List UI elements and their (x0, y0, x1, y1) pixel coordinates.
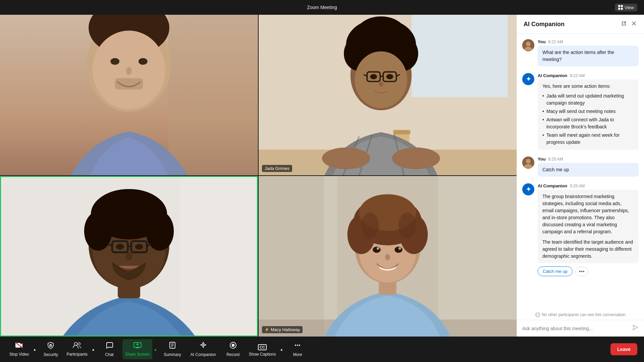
svg-point-67 (377, 247, 379, 250)
stop-video-button[interactable]: Stop Video (7, 339, 32, 359)
message-bubble-1: What are the action items after the meet… (538, 46, 639, 66)
top-bar: Zoom Meeting View (0, 0, 644, 15)
svg-point-85 (78, 343, 80, 345)
ai-suggestions: Catch me up ••• (538, 266, 639, 276)
toolbar-group-participants: Participants ▲ (64, 339, 96, 359)
more-icon (294, 342, 301, 351)
message-header-3: You 9:25 AM (538, 157, 639, 162)
send-button[interactable] (632, 324, 639, 333)
ai-panel-close-button[interactable] (631, 20, 637, 28)
privacy-note: No other participants can see this conve… (517, 310, 644, 320)
svg-point-78 (537, 314, 537, 315)
participants-button[interactable]: Participants (64, 339, 90, 359)
svg-point-33 (392, 147, 440, 169)
privacy-icon (535, 312, 540, 317)
svg-point-65 (373, 247, 380, 253)
chat-icon (106, 342, 113, 351)
ai-message-intro: Yes, here are some action items: (542, 83, 634, 90)
svg-point-96 (295, 345, 296, 346)
top-bar-right: View (615, 4, 637, 11)
participant-label-4: ⚡ Macy Halloway (262, 326, 303, 333)
message-sender-4: AI Companion (538, 183, 567, 188)
ai-paragraph-2: The team identified the target audience … (542, 239, 634, 260)
ai-panel-actions (621, 20, 637, 28)
message-header-1: You 9:22 AM (538, 39, 639, 44)
ai-companion-icon (199, 342, 207, 351)
share-screen-button[interactable]: Share Screen (122, 339, 152, 359)
svg-point-75 (526, 159, 531, 164)
message-group-3: You 9:25 AM Catch me up (522, 157, 639, 177)
participant-video-2 (259, 15, 517, 175)
svg-point-73 (526, 42, 531, 46)
summary-button[interactable]: Summary (160, 339, 185, 360)
ai-panel-header: AI Companion (517, 15, 644, 34)
participants-label: Participants (66, 352, 88, 357)
participants-icon (73, 342, 82, 351)
svg-point-20 (355, 51, 407, 108)
ai-companion-button[interactable]: AI Companion (186, 339, 220, 360)
message-group-2: ✦ AI Companion 9:22 AM Yes, here are som… (522, 73, 639, 150)
summary-icon (169, 342, 176, 351)
participant-name-4: Macy Halloway (271, 327, 300, 332)
svg-point-97 (297, 345, 298, 346)
captions-caret-button[interactable]: ▲ (278, 339, 284, 359)
mic-icon-4: ⚡ (265, 327, 269, 332)
chat-input[interactable] (522, 326, 629, 331)
view-button[interactable]: View (615, 4, 637, 11)
participant-video-3 (0, 176, 258, 337)
security-label: Security (44, 352, 58, 357)
ai-avatar-1: ✦ (522, 73, 534, 85)
svg-point-27 (386, 74, 393, 79)
message-bubble-4: The group brainstormed marketing strateg… (538, 190, 639, 263)
privacy-text: No other participants can see this conve… (542, 312, 625, 317)
more-button[interactable]: More (286, 339, 309, 360)
participants-caret-button[interactable]: ▲ (90, 339, 96, 359)
ai-star-icon-2: ✦ (526, 186, 531, 193)
svg-point-50 (125, 252, 132, 260)
message-content-4: AI Companion 9:25 AM The group brainstor… (538, 183, 639, 276)
record-label: Record (226, 352, 239, 357)
toolbar-group-video: Stop Video ▲ (7, 339, 38, 359)
cc-box: CC (258, 344, 267, 350)
more-label: More (293, 352, 302, 357)
show-captions-button[interactable]: CC Show Captions (246, 339, 279, 359)
participant-label-2: Jada Grimes (262, 165, 292, 172)
participant-name-2: Jada Grimes (265, 166, 289, 171)
svg-point-32 (322, 147, 370, 169)
svg-point-63 (361, 213, 379, 239)
share-screen-icon (133, 342, 142, 351)
chat-label: Chat (105, 352, 113, 357)
video-caret-button[interactable]: ▲ (32, 339, 38, 359)
message-content-1: You 9:22 AM What are the action items af… (538, 39, 639, 66)
svg-rect-54 (259, 176, 324, 337)
chat-button[interactable]: Chat (98, 339, 121, 360)
main-content: Jada Grimes (0, 15, 644, 337)
security-button[interactable]: Security (39, 339, 62, 360)
share-screen-label: Share Screen (125, 352, 150, 357)
user-avatar (522, 39, 534, 51)
svg-point-66 (394, 247, 402, 253)
share-screen-caret-button[interactable]: ▲ (152, 339, 158, 359)
svg-point-95 (231, 344, 234, 347)
more-suggestions-button[interactable]: ••• (575, 267, 588, 276)
video-label: Stop Video (9, 352, 29, 357)
record-button[interactable]: Record (221, 339, 245, 360)
svg-point-84 (74, 343, 77, 346)
user-avatar-2 (522, 157, 534, 169)
message-group-4: ✦ AI Companion 9:25 AM The group brainst… (522, 183, 639, 276)
ai-panel-popout-button[interactable] (621, 20, 627, 28)
message-text-1: What are the action items after the meet… (542, 50, 614, 62)
svg-point-7 (126, 67, 132, 75)
catch-me-up-button[interactable]: Catch me up (538, 266, 573, 276)
leave-button[interactable]: Leave (610, 343, 637, 355)
video-cell-4: ⚡ Macy Halloway (259, 176, 517, 337)
video-cell-1 (0, 15, 258, 175)
svg-rect-36 (179, 176, 258, 337)
captions-label: Show Captions (249, 352, 276, 357)
ai-companion-label: AI Companion (191, 352, 216, 357)
message-group-1: You 9:22 AM What are the action items af… (522, 39, 639, 66)
send-icon (632, 324, 639, 331)
participant-video-1 (0, 15, 258, 175)
video-icon (15, 342, 23, 351)
svg-point-64 (398, 213, 416, 239)
